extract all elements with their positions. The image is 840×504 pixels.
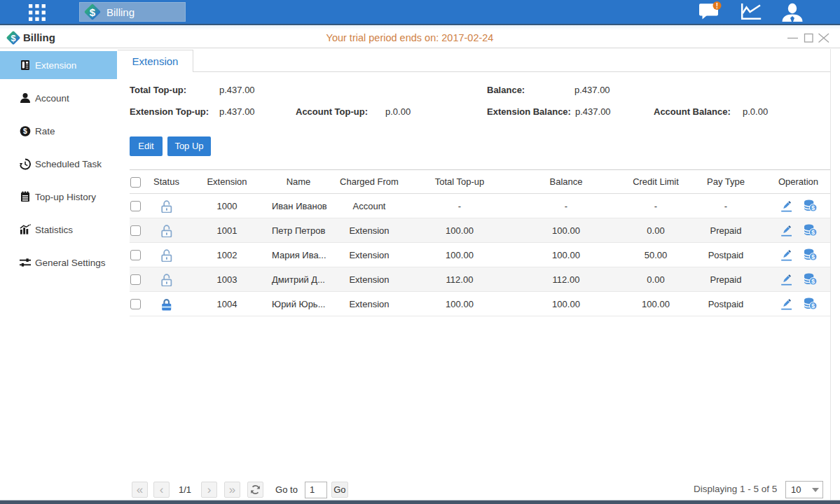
svg-text:$: $ [23, 127, 27, 135]
svg-text:!: ! [716, 2, 718, 10]
svg-text:$: $ [90, 6, 96, 18]
